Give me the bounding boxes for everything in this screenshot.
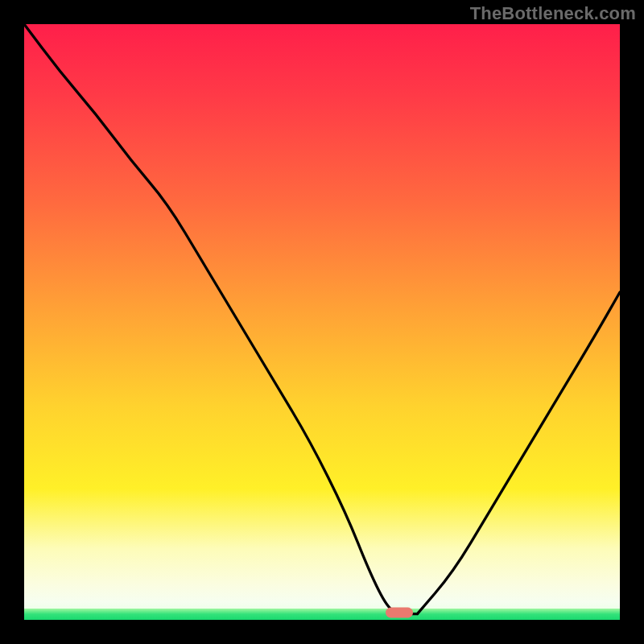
bottleneck-curve	[24, 24, 620, 620]
plot-area	[24, 24, 620, 620]
curve-path-left	[24, 24, 399, 614]
chart-frame: TheBottleneck.com	[0, 0, 644, 644]
watermark-text: TheBottleneck.com	[470, 3, 636, 24]
optimal-marker	[386, 608, 413, 618]
curve-path-right	[417, 292, 620, 614]
